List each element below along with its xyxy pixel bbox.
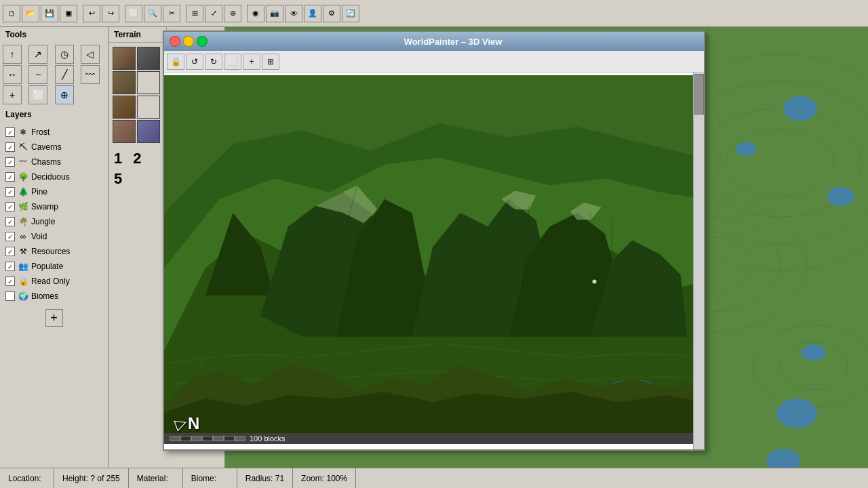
terrain-block-4[interactable] — [137, 71, 160, 94]
terrain-block-2[interactable] — [137, 47, 160, 70]
layer-void[interactable]: ∞ Void — [0, 229, 108, 244]
crop-button[interactable]: ✂ — [163, 5, 180, 22]
modal-scrollbar-thumb[interactable] — [694, 74, 704, 115]
status-height: Height: ? of 255 — [54, 468, 129, 488]
redo-button[interactable]: ↪ — [102, 5, 119, 22]
scale-seg-2 — [180, 436, 191, 441]
tool-minus[interactable]: − — [28, 65, 47, 84]
tools-grid: ↑ ↗ ◷ ◁ ↔ − ╱ 〰 + ⬜ ⊕ — [0, 42, 108, 107]
tool-pen[interactable]: ╱ — [55, 65, 74, 84]
modal-fullscreen-button[interactable]: ⬜ — [224, 54, 241, 70]
settings-button[interactable]: ⚙ — [323, 5, 340, 22]
open-file-button[interactable]: 📂 — [22, 5, 39, 22]
layer-deciduous-checkbox[interactable] — [5, 172, 15, 182]
status-location-label: Location: — [8, 474, 41, 483]
compass-arrow-icon: ▷ — [172, 413, 189, 434]
layer-biomes[interactable]: 🌍 Biomes — [0, 289, 108, 304]
modal-close-button[interactable] — [170, 36, 180, 47]
layer-chasms-icon: 〰 — [18, 157, 28, 167]
layer-pine-checkbox[interactable] — [5, 187, 15, 197]
terrain-number-2: 2 — [133, 150, 141, 167]
screenshot-button[interactable]: 📷 — [266, 5, 283, 22]
layers-list: ❄ Frost ⛏ Caverns 〰 Chasms 🌳 Deciduous 🌲… — [0, 122, 108, 306]
layer-readonly[interactable]: 🔒 Read Only — [0, 274, 108, 289]
modal-zoom-in-button[interactable]: + — [243, 54, 260, 70]
layer-pine[interactable]: 🌲 Pine — [0, 184, 108, 199]
layer-jungle-checkbox[interactable] — [5, 217, 15, 226]
tool-wave[interactable]: 〰 — [81, 65, 100, 84]
left-panel: Tools ↑ ↗ ◷ ◁ ↔ − ╱ 〰 + ⬜ ⊕ Layers ❄ Fro… — [0, 27, 108, 468]
tool-arrow-up[interactable]: ↑ — [3, 45, 22, 64]
export-button[interactable]: ▣ — [60, 5, 77, 22]
layer-jungle[interactable]: 🌴 Jungle — [0, 214, 108, 229]
layer-populate[interactable]: 👥 Populate — [0, 259, 108, 274]
select-button[interactable]: ⬜ — [125, 5, 142, 22]
modal-titlebar: WorldPainter – 3D View — [164, 32, 704, 51]
3dview-button[interactable]: ◉ — [247, 5, 264, 22]
layer-jungle-icon: 🌴 — [18, 217, 28, 226]
modal-rotate-left-button[interactable]: ↺ — [186, 54, 203, 70]
svg-point-12 — [827, 187, 854, 206]
terrain-block-8[interactable] — [137, 120, 160, 143]
tool-target[interactable]: ⊕ — [55, 85, 74, 104]
modal-maximize-button[interactable] — [197, 36, 208, 47]
layer-caverns[interactable]: ⛏ Caverns — [0, 140, 108, 155]
layer-populate-checkbox[interactable] — [5, 262, 15, 271]
layer-caverns-checkbox[interactable] — [5, 142, 15, 152]
layer-readonly-checkbox[interactable] — [5, 277, 15, 286]
terrain-block-5[interactable] — [113, 96, 136, 119]
layer-swamp-checkbox[interactable] — [5, 202, 15, 211]
undo-button[interactable]: ↩ — [83, 5, 100, 22]
modal-scrollbar-vertical[interactable] — [693, 73, 704, 449]
layer-chasms-checkbox[interactable] — [5, 157, 15, 167]
layer-void-checkbox[interactable] — [5, 232, 15, 241]
eye-button[interactable]: 👁 — [285, 5, 302, 22]
terrain-block-3[interactable] — [113, 71, 136, 94]
scale-bar-container: 100 blocks — [164, 433, 693, 444]
terrain-block-6[interactable] — [137, 96, 160, 119]
layer-jungle-label: Jungle — [31, 217, 55, 226]
modal-grid-view-button[interactable]: ⊞ — [262, 54, 279, 70]
zoom-button[interactable]: 🔍 — [144, 5, 161, 22]
resize-button[interactable]: ⤢ — [205, 5, 222, 22]
modal-lock-button[interactable]: 🔒 — [167, 54, 184, 70]
layer-biomes-icon: 🌍 — [18, 291, 28, 301]
modal-minimize-button[interactable] — [183, 36, 194, 47]
save-button[interactable]: 💾 — [41, 5, 58, 22]
tool-add[interactable]: + — [3, 85, 22, 104]
center-button[interactable]: ⊕ — [224, 5, 241, 22]
player-button[interactable]: 👤 — [304, 5, 321, 22]
status-radius: Radius: 71 — [237, 468, 293, 488]
layer-readonly-icon: 🔒 — [18, 277, 28, 286]
tool-droplet[interactable]: ◷ — [55, 45, 74, 64]
layer-frost[interactable]: ❄ Frost — [0, 125, 108, 140]
refresh-button[interactable]: 🔄 — [342, 5, 359, 22]
terrain-block-7[interactable] — [113, 120, 136, 143]
status-location: Location: — [0, 468, 54, 488]
compass-indicator: ▷ N — [175, 414, 199, 433]
tool-arrow-ne[interactable]: ↗ — [28, 45, 47, 64]
layer-resources-checkbox[interactable] — [5, 247, 15, 256]
layer-resources-icon: ⚒ — [18, 247, 28, 256]
terrain-block-1[interactable] — [113, 47, 136, 70]
modal-toolbar: 🔒 ↺ ↻ ⬜ + ⊞ — [164, 51, 704, 73]
layer-resources[interactable]: ⚒ Resources — [0, 244, 108, 259]
layer-chasms[interactable]: 〰 Chasms — [0, 155, 108, 169]
scale-label: 100 blocks — [250, 434, 285, 443]
status-biome-label: Biome: — [191, 474, 216, 483]
tool-rect[interactable]: ⬜ — [28, 85, 47, 104]
svg-point-14 — [802, 344, 826, 361]
layer-swamp[interactable]: 🌿 Swamp — [0, 199, 108, 214]
modal-rotate-right-button[interactable]: ↻ — [205, 54, 222, 70]
new-file-button[interactable]: 🗋 — [3, 5, 20, 22]
tool-droplet2[interactable]: ◁ — [81, 45, 100, 64]
layer-biomes-checkbox[interactable] — [5, 291, 15, 301]
add-layer-button[interactable]: + — [45, 309, 63, 327]
main-toolbar: 🗋 📂 💾 ▣ ↩ ↪ ⬜ 🔍 ✂ ⊞ ⤢ ⊕ ◉ 📷 👁 👤 ⚙ 🔄 — [0, 0, 868, 27]
layer-frost-checkbox[interactable] — [5, 127, 15, 137]
scale-seg-4 — [202, 436, 213, 441]
tool-move[interactable]: ↔ — [3, 65, 22, 84]
modal-viewport[interactable]: ▷ N 100 blocks — [164, 73, 704, 444]
grid-button[interactable]: ⊞ — [186, 5, 203, 22]
layer-deciduous[interactable]: 🌳 Deciduous — [0, 169, 108, 184]
